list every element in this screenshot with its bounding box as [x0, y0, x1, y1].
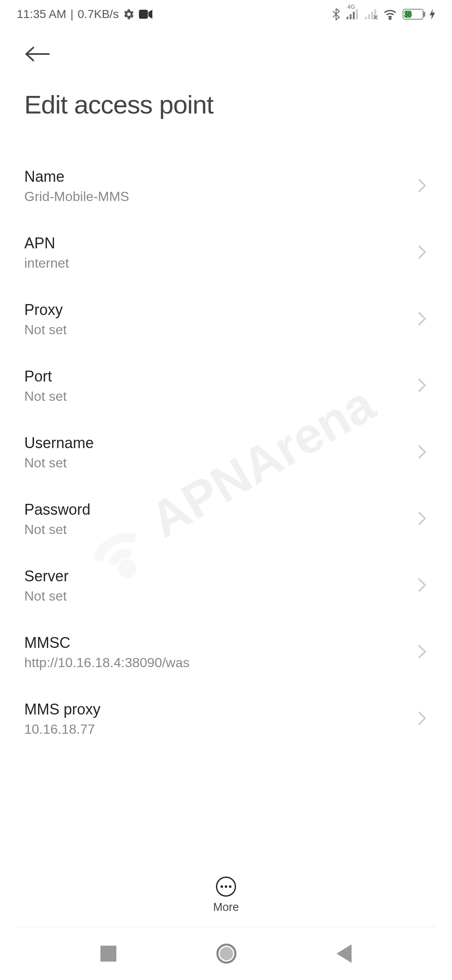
chevron-right-icon — [417, 178, 427, 195]
more-button[interactable]: More — [213, 877, 239, 914]
svg-rect-2 — [347, 17, 349, 19]
signal-1-icon: 4G — [347, 9, 359, 19]
svg-rect-4 — [353, 12, 355, 19]
setting-label: APN — [24, 235, 417, 252]
chevron-right-icon — [417, 577, 427, 595]
battery-percentage: 38 — [405, 10, 411, 18]
svg-rect-5 — [356, 9, 358, 19]
video-camera-icon — [139, 10, 152, 19]
battery-icon: 38 — [403, 9, 424, 20]
setting-label: Username — [24, 434, 417, 452]
more-options-icon — [216, 877, 236, 897]
setting-row-apn[interactable]: APN internet — [0, 219, 452, 286]
setting-row-username[interactable]: Username Not set — [0, 419, 452, 486]
chevron-right-icon — [417, 511, 427, 528]
nav-home-button[interactable] — [216, 944, 236, 964]
status-bar: 11:35 AM | 0.7KB/s 4G — [0, 0, 452, 28]
status-time: 11:35 AM — [17, 8, 66, 21]
settings-list: Name Grid-Mobile-MMS APN internet Pr — [0, 128, 452, 752]
nav-back-button[interactable] — [336, 944, 352, 963]
setting-value: Not set — [24, 455, 417, 471]
svg-rect-1 — [139, 10, 148, 18]
setting-row-proxy[interactable]: Proxy Not set — [0, 286, 452, 353]
svg-rect-7 — [368, 14, 370, 19]
setting-label: Proxy — [24, 301, 417, 319]
more-label: More — [213, 901, 239, 914]
setting-label: MMS proxy — [24, 701, 417, 718]
setting-value: internet — [24, 255, 417, 271]
back-button[interactable] — [24, 45, 431, 64]
setting-value: Not set — [24, 588, 417, 604]
setting-label: Server — [24, 567, 417, 585]
setting-value: Not set — [24, 322, 417, 338]
signal-2-icon — [365, 9, 378, 19]
charging-bolt-icon — [429, 9, 435, 20]
gear-icon — [123, 8, 135, 20]
setting-label: Name — [24, 168, 417, 186]
status-data-rate: 0.7KB/s — [78, 8, 119, 21]
svg-rect-8 — [371, 12, 373, 19]
setting-label: MMSC — [24, 634, 417, 652]
bluetooth-icon — [331, 8, 341, 21]
setting-value: Not set — [24, 522, 417, 537]
setting-value: 10.16.18.77 — [24, 722, 417, 737]
svg-rect-6 — [365, 17, 367, 19]
chevron-right-icon — [417, 311, 427, 328]
svg-rect-3 — [350, 14, 352, 19]
setting-row-name[interactable]: Name Grid-Mobile-MMS — [0, 153, 452, 219]
page-title: Edit access point — [24, 90, 431, 119]
setting-value: http://10.16.18.4:38090/was — [24, 655, 417, 671]
navigation-bar — [0, 927, 452, 980]
wifi-icon — [383, 9, 397, 20]
header: Edit access point — [0, 28, 452, 128]
chevron-right-icon — [417, 244, 427, 262]
setting-row-password[interactable]: Password Not set — [0, 486, 452, 552]
setting-label: Password — [24, 501, 417, 518]
chevron-right-icon — [417, 444, 427, 462]
status-separator: | — [70, 8, 73, 21]
setting-label: Port — [24, 368, 417, 385]
chevron-right-icon — [417, 377, 427, 395]
setting-value: Grid-Mobile-MMS — [24, 189, 417, 204]
bottom-toolbar: More — [0, 867, 452, 923]
setting-row-mmsc[interactable]: MMSC http://10.16.18.4:38090/was — [0, 619, 452, 686]
setting-row-mms-proxy[interactable]: MMS proxy 10.16.18.77 — [0, 686, 452, 752]
chevron-right-icon — [417, 710, 427, 728]
setting-row-server[interactable]: Server Not set — [0, 552, 452, 619]
svg-point-10 — [389, 18, 391, 20]
chevron-right-icon — [417, 644, 427, 661]
setting-row-port[interactable]: Port Not set — [0, 353, 452, 419]
nav-recents-button[interactable] — [100, 946, 116, 962]
setting-value: Not set — [24, 389, 417, 404]
